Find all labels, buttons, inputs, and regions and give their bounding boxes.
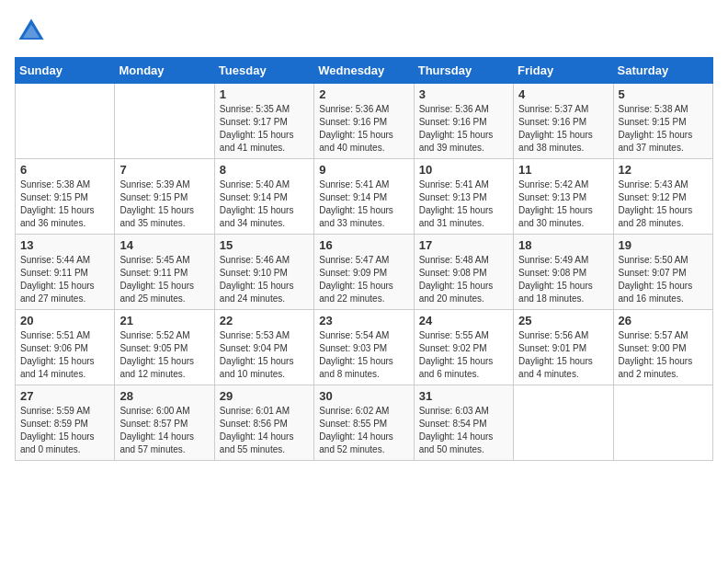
day-info: Sunrise: 5:48 AM Sunset: 9:08 PM Dayligh… (419, 254, 508, 305)
day-info: Sunrise: 5:46 AM Sunset: 9:10 PM Dayligh… (220, 254, 309, 305)
day-number: 3 (419, 87, 508, 101)
day-info: Sunrise: 5:49 AM Sunset: 9:08 PM Dayligh… (518, 254, 608, 305)
calendar-cell: 19Sunrise: 5:50 AM Sunset: 9:07 PM Dayli… (613, 235, 712, 310)
day-number: 28 (119, 389, 209, 403)
day-number: 31 (419, 389, 508, 403)
calendar-cell (115, 84, 214, 159)
day-number: 27 (20, 389, 109, 403)
weekday-header-row: SundayMondayTuesdayWednesdayThursdayFrid… (16, 58, 713, 84)
calendar-week-row: 20Sunrise: 5:51 AM Sunset: 9:06 PM Dayli… (16, 310, 713, 385)
weekday-header-monday: Monday (115, 58, 214, 84)
day-number: 23 (319, 314, 408, 327)
calendar-cell: 30Sunrise: 6:02 AM Sunset: 8:55 PM Dayli… (314, 385, 414, 461)
weekday-header-friday: Friday (514, 58, 613, 84)
calendar-week-row: 13Sunrise: 5:44 AM Sunset: 9:11 PM Dayli… (16, 235, 713, 310)
day-info: Sunrise: 5:56 AM Sunset: 9:01 PM Dayligh… (518, 329, 608, 381)
calendar-week-row: 6Sunrise: 5:38 AM Sunset: 9:15 PM Daylig… (16, 159, 713, 235)
day-info: Sunrise: 5:52 AM Sunset: 9:05 PM Dayligh… (119, 329, 209, 381)
day-number: 12 (619, 163, 708, 177)
day-number: 6 (20, 163, 109, 177)
calendar-week-row: 1Sunrise: 5:35 AM Sunset: 9:17 PM Daylig… (16, 84, 713, 159)
day-info: Sunrise: 5:36 AM Sunset: 9:16 PM Dayligh… (419, 103, 508, 155)
calendar-cell: 12Sunrise: 5:43 AM Sunset: 9:12 PM Dayli… (613, 159, 712, 235)
day-info: Sunrise: 6:03 AM Sunset: 8:54 PM Dayligh… (419, 405, 508, 456)
page-header (15, 15, 713, 48)
calendar-cell: 31Sunrise: 6:03 AM Sunset: 8:54 PM Dayli… (414, 385, 513, 461)
day-number: 14 (119, 238, 209, 252)
calendar-cell: 6Sunrise: 5:38 AM Sunset: 9:15 PM Daylig… (16, 159, 115, 235)
calendar-cell: 23Sunrise: 5:54 AM Sunset: 9:03 PM Dayli… (314, 310, 414, 385)
day-number: 9 (319, 163, 408, 177)
day-info: Sunrise: 5:47 AM Sunset: 9:09 PM Dayligh… (319, 254, 408, 305)
calendar-cell: 13Sunrise: 5:44 AM Sunset: 9:11 PM Dayli… (16, 235, 115, 310)
calendar-cell: 28Sunrise: 6:00 AM Sunset: 8:57 PM Dayli… (115, 385, 214, 461)
day-info: Sunrise: 6:00 AM Sunset: 8:57 PM Dayligh… (119, 405, 209, 456)
weekday-header-wednesday: Wednesday (314, 58, 414, 84)
logo-icon (15, 15, 48, 48)
calendar-cell: 18Sunrise: 5:49 AM Sunset: 9:08 PM Dayli… (514, 235, 613, 310)
calendar-cell: 5Sunrise: 5:38 AM Sunset: 9:15 PM Daylig… (613, 84, 712, 159)
calendar-cell: 27Sunrise: 5:59 AM Sunset: 8:59 PM Dayli… (16, 385, 115, 461)
day-number: 30 (319, 389, 408, 403)
day-info: Sunrise: 5:54 AM Sunset: 9:03 PM Dayligh… (319, 329, 408, 381)
calendar-cell: 29Sunrise: 6:01 AM Sunset: 8:56 PM Dayli… (214, 385, 313, 461)
day-info: Sunrise: 5:45 AM Sunset: 9:11 PM Dayligh… (119, 254, 209, 305)
day-info: Sunrise: 5:53 AM Sunset: 9:04 PM Dayligh… (220, 329, 309, 381)
calendar-cell: 24Sunrise: 5:55 AM Sunset: 9:02 PM Dayli… (414, 310, 513, 385)
day-number: 2 (319, 87, 408, 101)
day-number: 21 (119, 314, 209, 327)
day-number: 7 (119, 163, 209, 177)
day-number: 26 (619, 314, 708, 327)
weekday-header-saturday: Saturday (613, 58, 712, 84)
day-info: Sunrise: 5:50 AM Sunset: 9:07 PM Dayligh… (619, 254, 708, 305)
calendar-cell: 2Sunrise: 5:36 AM Sunset: 9:16 PM Daylig… (314, 84, 414, 159)
calendar-cell: 16Sunrise: 5:47 AM Sunset: 9:09 PM Dayli… (314, 235, 414, 310)
calendar-cell: 1Sunrise: 5:35 AM Sunset: 9:17 PM Daylig… (214, 84, 313, 159)
calendar-cell (514, 385, 613, 461)
day-info: Sunrise: 5:44 AM Sunset: 9:11 PM Dayligh… (20, 254, 109, 305)
day-number: 22 (220, 314, 309, 327)
calendar-cell: 15Sunrise: 5:46 AM Sunset: 9:10 PM Dayli… (214, 235, 313, 310)
day-number: 16 (319, 238, 408, 252)
day-info: Sunrise: 5:59 AM Sunset: 8:59 PM Dayligh… (20, 405, 109, 456)
calendar-cell: 3Sunrise: 5:36 AM Sunset: 9:16 PM Daylig… (414, 84, 513, 159)
calendar-cell: 22Sunrise: 5:53 AM Sunset: 9:04 PM Dayli… (214, 310, 313, 385)
day-info: Sunrise: 5:57 AM Sunset: 9:00 PM Dayligh… (619, 329, 708, 381)
calendar-cell (16, 84, 115, 159)
weekday-header-tuesday: Tuesday (214, 58, 313, 84)
day-number: 13 (20, 238, 109, 252)
day-number: 8 (220, 163, 309, 177)
calendar-cell: 8Sunrise: 5:40 AM Sunset: 9:14 PM Daylig… (214, 159, 313, 235)
day-info: Sunrise: 6:02 AM Sunset: 8:55 PM Dayligh… (319, 405, 408, 456)
day-info: Sunrise: 5:38 AM Sunset: 9:15 PM Dayligh… (619, 103, 708, 155)
day-info: Sunrise: 5:41 AM Sunset: 9:14 PM Dayligh… (319, 178, 408, 230)
day-info: Sunrise: 5:35 AM Sunset: 9:17 PM Dayligh… (220, 103, 309, 155)
logo (15, 15, 51, 48)
day-number: 15 (220, 238, 309, 252)
calendar-cell: 10Sunrise: 5:41 AM Sunset: 9:13 PM Dayli… (414, 159, 513, 235)
calendar-cell (613, 385, 712, 461)
day-info: Sunrise: 5:51 AM Sunset: 9:06 PM Dayligh… (20, 329, 109, 381)
calendar-cell: 26Sunrise: 5:57 AM Sunset: 9:00 PM Dayli… (613, 310, 712, 385)
day-info: Sunrise: 5:42 AM Sunset: 9:13 PM Dayligh… (518, 178, 608, 230)
calendar-cell: 17Sunrise: 5:48 AM Sunset: 9:08 PM Dayli… (414, 235, 513, 310)
day-info: Sunrise: 6:01 AM Sunset: 8:56 PM Dayligh… (220, 405, 309, 456)
calendar-cell: 7Sunrise: 5:39 AM Sunset: 9:15 PM Daylig… (115, 159, 214, 235)
calendar-table: SundayMondayTuesdayWednesdayThursdayFrid… (15, 57, 713, 461)
day-number: 25 (518, 314, 608, 327)
day-info: Sunrise: 5:38 AM Sunset: 9:15 PM Dayligh… (20, 178, 109, 230)
day-number: 24 (419, 314, 508, 327)
weekday-header-thursday: Thursday (414, 58, 513, 84)
calendar-cell: 4Sunrise: 5:37 AM Sunset: 9:16 PM Daylig… (514, 84, 613, 159)
day-number: 17 (419, 238, 508, 252)
weekday-header-sunday: Sunday (16, 58, 115, 84)
day-info: Sunrise: 5:55 AM Sunset: 9:02 PM Dayligh… (419, 329, 508, 381)
calendar-cell: 25Sunrise: 5:56 AM Sunset: 9:01 PM Dayli… (514, 310, 613, 385)
day-number: 1 (220, 87, 309, 101)
day-info: Sunrise: 5:37 AM Sunset: 9:16 PM Dayligh… (518, 103, 608, 155)
calendar-cell: 11Sunrise: 5:42 AM Sunset: 9:13 PM Dayli… (514, 159, 613, 235)
calendar-cell: 21Sunrise: 5:52 AM Sunset: 9:05 PM Dayli… (115, 310, 214, 385)
day-number: 5 (619, 87, 708, 101)
calendar-cell: 20Sunrise: 5:51 AM Sunset: 9:06 PM Dayli… (16, 310, 115, 385)
calendar-week-row: 27Sunrise: 5:59 AM Sunset: 8:59 PM Dayli… (16, 385, 713, 461)
